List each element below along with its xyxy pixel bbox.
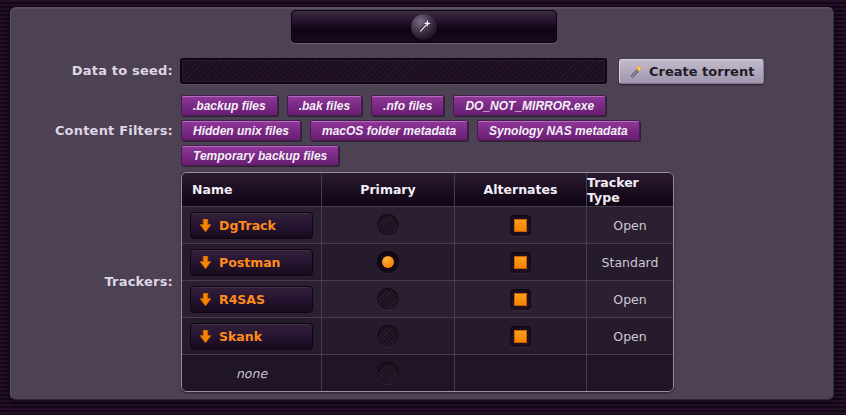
alternates-cell: [455, 317, 587, 354]
primary-radio-dgtrack[interactable]: [377, 214, 399, 236]
data-to-seed-input[interactable]: [180, 58, 607, 84]
tracker-type: Open: [587, 317, 673, 354]
create-torrent-button[interactable]: Create torrent: [619, 59, 764, 84]
tracker-type: [587, 354, 673, 391]
download-arrow-icon: [200, 293, 211, 306]
alternates-checkbox-r4sas[interactable]: [510, 289, 531, 310]
primary-radio-r4sas[interactable]: [377, 288, 399, 310]
download-arrow-icon: [200, 219, 211, 232]
filter-chip-bak-files[interactable]: .bak files: [287, 95, 362, 116]
table-row: Postman: [182, 243, 322, 280]
tracker-type: Open: [587, 280, 673, 317]
primary-cell: [322, 206, 455, 243]
tracker-type: Standard: [587, 243, 673, 280]
tracker-name: DgTrack: [219, 218, 276, 233]
magic-wand-icon: [411, 14, 437, 40]
trackers-label: Trackers:: [0, 274, 173, 289]
tracker-link-postman[interactable]: Postman: [190, 249, 313, 276]
primary-cell: [322, 317, 455, 354]
filter-chip-synology-metadata[interactable]: Synology NAS metadata: [477, 120, 640, 141]
tracker-link-skank[interactable]: Skank: [190, 323, 313, 350]
table-row: Skank: [182, 317, 322, 354]
download-arrow-icon: [200, 256, 211, 269]
tracker-name: Skank: [219, 329, 262, 344]
alternates-cell: [455, 206, 587, 243]
table-row: R4SAS: [182, 280, 322, 317]
primary-radio-none[interactable]: [377, 362, 399, 384]
trackers-header-type: Tracker Type: [587, 173, 673, 206]
content-filters-label: Content Filters:: [0, 123, 173, 138]
primary-cell: [322, 280, 455, 317]
tracker-link-dgtrack[interactable]: DgTrack: [190, 212, 313, 239]
trackers-header-primary: Primary: [322, 173, 455, 206]
content-filter-chips: .backup files .bak files .nfo files DO_N…: [181, 95, 659, 166]
filter-chip-temp-backup[interactable]: Temporary backup files: [181, 145, 339, 166]
primary-cell: [322, 354, 455, 391]
filter-chip-nfo-files[interactable]: .nfo files: [371, 95, 444, 116]
alternates-checkbox-dgtrack[interactable]: [510, 215, 531, 236]
filter-chip-backup-files[interactable]: .backup files: [181, 95, 278, 116]
trackers-header-name: Name: [182, 173, 322, 206]
alternates-checkbox-postman[interactable]: [510, 252, 531, 273]
alternates-checkbox-skank[interactable]: [510, 326, 531, 347]
filter-chip-hidden-unix[interactable]: Hidden unix files: [181, 120, 301, 141]
filter-chip-macos-metadata[interactable]: macOS folder metadata: [310, 120, 468, 141]
create-torrent-button-label: Create torrent: [649, 64, 754, 79]
table-row: DgTrack: [182, 206, 322, 243]
tracker-type: Open: [587, 206, 673, 243]
primary-radio-postman[interactable]: [377, 251, 399, 273]
primary-cell: [322, 243, 455, 280]
alternates-cell: [455, 243, 587, 280]
filter-chip-do-not-mirror[interactable]: DO_NOT_MIRROR.exe: [453, 95, 606, 116]
download-arrow-icon: [200, 330, 211, 343]
trackers-table: Name Primary Alternates Tracker Type DgT…: [181, 172, 674, 392]
alternates-cell: [455, 354, 587, 391]
tracker-link-r4sas[interactable]: R4SAS: [190, 286, 313, 313]
primary-radio-skank[interactable]: [377, 325, 399, 347]
tracker-name: R4SAS: [219, 292, 265, 307]
alternates-cell: [455, 280, 587, 317]
table-row: none: [182, 354, 322, 391]
trackers-header-alternates: Alternates: [455, 173, 587, 206]
data-to-seed-label: Data to seed:: [0, 63, 173, 78]
create-torrent-section-toggle[interactable]: [291, 10, 557, 43]
tracker-name: Postman: [219, 255, 281, 270]
tracker-name-none: none: [190, 366, 321, 381]
magic-wand-create-icon: [629, 64, 644, 79]
